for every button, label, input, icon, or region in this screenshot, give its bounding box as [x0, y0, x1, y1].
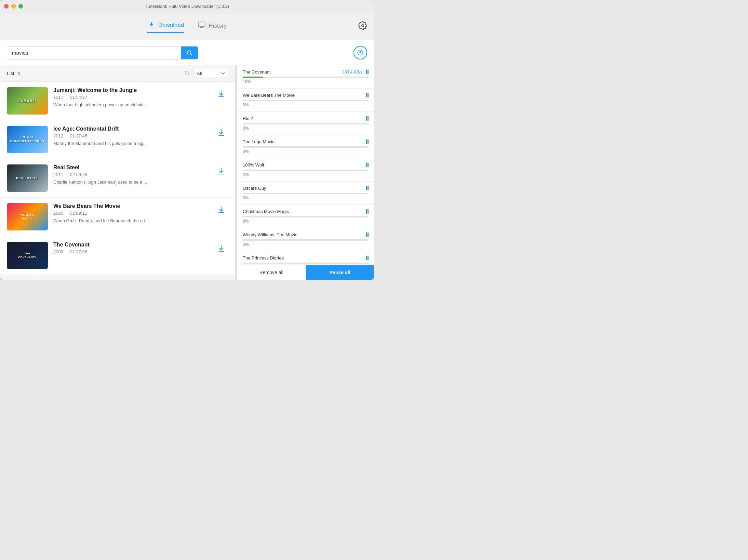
tab-history[interactable]: History [198, 21, 227, 32]
download-item-lego: The Lego Movie 0% [237, 135, 374, 158]
movie-thumbnail-webearebears: WE BAREBEARS [7, 203, 48, 230]
movie-description: Charlie Kenton (Hugh Jackman) used to be… [53, 179, 209, 185]
download-item-header: Wendy Williams: The Movie [243, 232, 369, 237]
download-name: Oscars Guy [243, 186, 266, 191]
download-progress-bar [243, 100, 369, 101]
download-button-realsteel[interactable] [214, 164, 228, 178]
list-controls: All Movies TV Shows [184, 69, 228, 78]
movie-title: Jumanji: Welcome to the Jungle [53, 87, 209, 93]
download-item-wolf: 100% Wolf 0% [237, 158, 374, 182]
pause-icon [366, 256, 369, 260]
maximize-button[interactable] [18, 4, 23, 9]
movie-duration: 01:54:27 [70, 95, 88, 100]
pause-button-wendy[interactable] [366, 232, 369, 237]
download-item-footer: 0% [243, 103, 369, 107]
downloads-footer: Remove all Pause all [237, 265, 374, 280]
download-circle-button[interactable] [353, 46, 367, 59]
movie-meta: 2011 02:06:49 [53, 172, 209, 177]
svg-point-4 [362, 24, 364, 27]
pause-icon [366, 186, 369, 190]
download-progress-fill [243, 77, 263, 78]
movie-year: 2011 [53, 172, 63, 177]
download-item-oscars: Oscars Guy 0% [237, 182, 374, 205]
download-button-jumanji[interactable] [214, 87, 228, 101]
download-item-footer: 0% [243, 149, 369, 154]
download-button-covenant[interactable] [214, 242, 228, 255]
minimize-button[interactable] [11, 4, 16, 9]
download-name: Christmas Movie Magic [243, 209, 289, 214]
download-button-webearebears[interactable] [214, 203, 228, 217]
svg-line-9 [188, 74, 189, 75]
download-progress-bar [243, 263, 369, 264]
search-button[interactable] [181, 46, 198, 59]
pause-button-lego[interactable] [366, 139, 369, 144]
close-button[interactable] [4, 4, 9, 9]
download-progress-bar [243, 216, 369, 217]
download-button-iceage[interactable] [214, 126, 228, 139]
download-item-header: The Lego Movie [243, 139, 369, 144]
pause-button-christmas[interactable] [366, 209, 369, 214]
list-item: REAL STEEL Real Steel 2011 02:06:49 Char… [0, 159, 235, 198]
download-item-header: Christmas Movie Magic [243, 209, 369, 214]
toolbar: Download History [0, 13, 374, 40]
download-item-wendy: Wendy Williams: The Movie 0% [237, 228, 374, 251]
download-progress-bar [243, 193, 369, 194]
pause-icon [366, 139, 369, 144]
list-search-icon[interactable] [184, 70, 190, 77]
download-item-covenant: The Covenant 333.4 KB/s [237, 65, 374, 89]
download-name: Rio 2 [243, 116, 253, 121]
pause-button-wolf[interactable] [366, 163, 369, 167]
right-panel: The Covenant 333.4 KB/s [237, 65, 374, 280]
tab-download[interactable]: Download [147, 21, 184, 33]
list-item: THECOVENANT+ The Covenant 2006 01:37:06 [0, 236, 235, 275]
search-input[interactable] [7, 46, 181, 59]
download-progress-bar [243, 239, 369, 241]
movie-info-webearebears: We Bare Bears The Movie 2020 01:09:11 Wh… [53, 203, 209, 224]
movie-meta: 2017 01:54:27 [53, 95, 209, 100]
nav-tabs: Download History [147, 21, 227, 33]
pause-button-covenant[interactable] [366, 70, 369, 74]
movie-info-jumanji: Jumanji: Welcome to the Jungle 2017 01:5… [53, 87, 209, 108]
download-name: The Lego Movie [243, 139, 275, 144]
movie-title: We Bare Bears The Movie [53, 203, 209, 209]
downloads-list: The Covenant 333.4 KB/s [237, 65, 374, 265]
movie-duration: 01:37:06 [70, 249, 88, 254]
pause-icon [366, 116, 369, 121]
traffic-lights [4, 4, 23, 9]
download-item-header: Oscars Guy [243, 186, 369, 191]
download-tab-icon [147, 21, 156, 30]
download-item-footer: 0% [243, 126, 369, 131]
left-panel: List ⇅ All Movies TV Shows [0, 65, 235, 280]
movie-title: Ice Age: Continental Drift [53, 126, 209, 132]
download-name: 100% Wolf [243, 162, 264, 168]
movie-year: 2012 [53, 133, 63, 138]
pause-button-rio2[interactable] [366, 116, 369, 121]
download-item-rio2: Rio 2 0% [237, 112, 374, 135]
download-item-footer: 16% [243, 79, 369, 84]
movie-duration: 01:09:11 [70, 211, 88, 216]
app-title: TunesBank Hulu Video Downloader (1.3.2) [145, 4, 229, 9]
download-percent: 0% [243, 219, 249, 224]
list-item: WE BAREBEARS We Bare Bears The Movie 202… [0, 198, 235, 236]
pause-all-button[interactable]: Pause all [306, 265, 374, 280]
movie-thumbnail-jumanji: JUMANJI [7, 87, 48, 115]
download-item-header: The Covenant 333.4 KB/s [243, 69, 369, 75]
list-sort-icon[interactable]: ⇅ [17, 71, 21, 76]
pause-button-princess[interactable] [366, 256, 369, 260]
movie-thumbnail-covenant: THECOVENANT+ [7, 242, 48, 269]
pause-icon [366, 209, 369, 214]
pause-button-webearebears[interactable] [366, 93, 369, 97]
download-item-footer: 0% [243, 242, 369, 247]
titlebar: TunesBank Hulu Video Downloader (1.3.2) [0, 0, 374, 13]
settings-button[interactable] [358, 21, 367, 32]
download-item-footer: 0% [243, 219, 369, 224]
pause-button-oscars[interactable] [366, 186, 369, 190]
pause-icon [366, 163, 369, 167]
download-item-footer: 0% [243, 172, 369, 177]
pause-icon [366, 70, 369, 74]
movie-list: JUMANJI Jumanji: Welcome to the Jungle 2… [0, 82, 235, 280]
filter-select[interactable]: All Movies TV Shows [193, 69, 228, 78]
app-window: TunesBank Hulu Video Downloader (1.3.2) … [0, 0, 374, 280]
movie-title: Real Steel [53, 164, 209, 171]
remove-all-button[interactable]: Remove all [237, 265, 306, 280]
